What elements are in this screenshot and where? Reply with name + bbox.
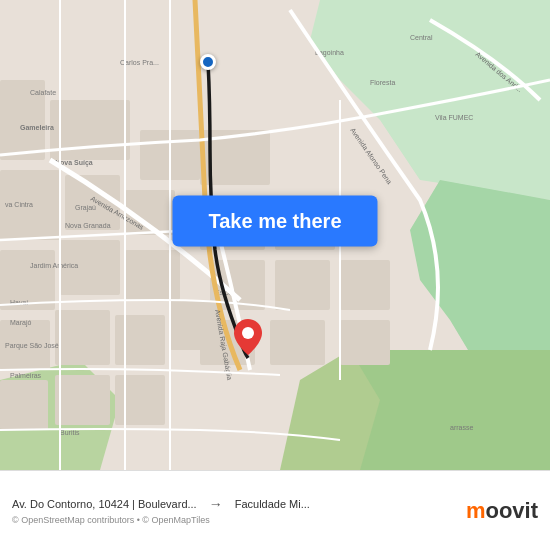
block14 [0, 380, 48, 430]
origin-text: Av. Do Contorno, 10424 | Boulevard... [12, 498, 197, 510]
svg-text:Nova Granada: Nova Granada [65, 222, 111, 229]
svg-text:va Cintra: va Cintra [5, 201, 33, 208]
forest-se [350, 350, 550, 470]
block12 [115, 315, 165, 365]
block22 [270, 320, 325, 365]
block15 [55, 375, 110, 425]
destination-text: Faculdade Mi... [235, 498, 310, 510]
svg-text:Gameleira: Gameleira [20, 124, 54, 131]
svg-text:Calafate: Calafate [30, 89, 56, 96]
svg-text:Marajó: Marajó [10, 319, 32, 327]
svg-text:Grajaú: Grajaú [75, 204, 96, 212]
block23 [340, 260, 390, 310]
svg-text:Jardim América: Jardim América [30, 262, 78, 269]
svg-text:Vila FUMEC: Vila FUMEC [435, 114, 473, 121]
block24 [340, 320, 390, 365]
block11 [55, 310, 110, 365]
destination-marker [234, 319, 262, 355]
svg-text:Palmeiras: Palmeiras [10, 372, 42, 379]
route-arrow-icon: → [209, 496, 223, 512]
moovit-logo-rest: oovit [485, 498, 538, 523]
svg-point-24 [242, 327, 254, 339]
osm-credit: © OpenStreetMap contributors • © OpenMap… [12, 515, 456, 525]
svg-text:Central: Central [410, 34, 433, 41]
block1 [50, 100, 130, 160]
app-container: Gameleira Nova Suíça Grajaú Nova Granada… [0, 0, 550, 550]
svg-text:Floresta: Floresta [370, 79, 395, 86]
block16 [115, 375, 165, 425]
block21 [275, 260, 330, 310]
take-me-there-button[interactable]: Take me there [172, 195, 377, 246]
svg-text:Parque São José: Parque São José [5, 342, 59, 350]
route-info: Av. Do Contorno, 10424 | Boulevard... → … [12, 496, 456, 525]
route-row: Av. Do Contorno, 10424 | Boulevard... → … [12, 496, 456, 512]
svg-text:arrasse: arrasse [450, 424, 473, 431]
moovit-logo: moovit [466, 498, 538, 524]
map-container: Gameleira Nova Suíça Grajaú Nova Granada… [0, 0, 550, 470]
origin-marker [200, 54, 216, 70]
bottom-bar: Av. Do Contorno, 10424 | Boulevard... → … [0, 470, 550, 550]
moovit-logo-m: m [466, 498, 486, 523]
block9 [125, 250, 180, 300]
